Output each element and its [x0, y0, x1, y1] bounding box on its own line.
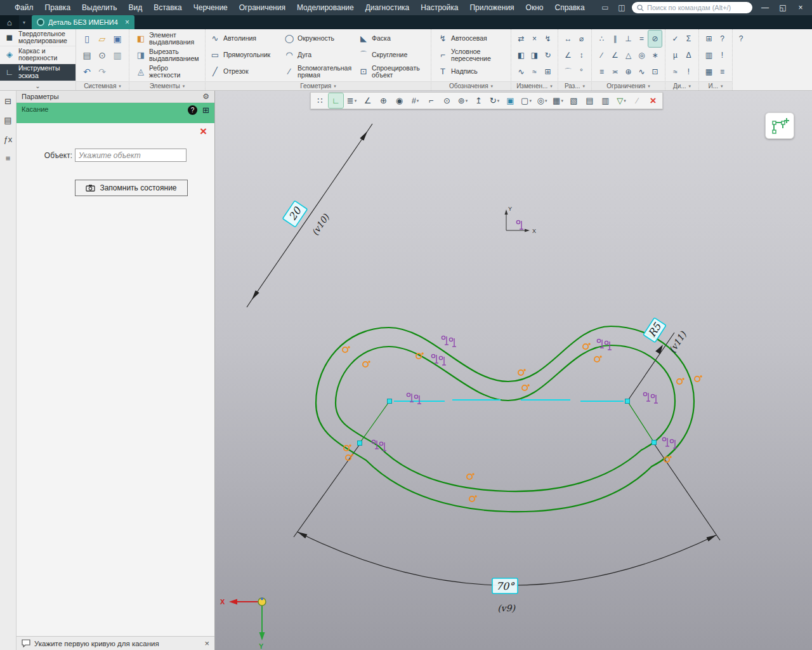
viewbar-display-shaded[interactable]: ▣ — [503, 93, 518, 108]
vertex-handle[interactable] — [625, 399, 630, 404]
ribbon-icon[interactable]: µ — [669, 47, 682, 63]
mode-collapse[interactable]: ⌄ — [0, 81, 75, 90]
properties-icon[interactable]: ▤ — [2, 114, 15, 126]
minimize-button[interactable]: — — [756, 0, 774, 15]
constraint-icon-purple[interactable] — [414, 395, 421, 404]
viewbar-grip[interactable]: ∷ — [313, 93, 327, 108]
group-geometry-label[interactable]: Геометрия ▾ — [206, 81, 431, 90]
constraint-icon-orange[interactable] — [594, 355, 602, 362]
constraint-icon-orange[interactable] — [467, 473, 475, 479]
tool-автоосевая[interactable]: ↯Автоосевая — [435, 30, 508, 47]
mode-каркас-и-поверхности[interactable]: ◈Каркас и поверхности — [0, 46, 75, 63]
constraint-icon-purple[interactable] — [662, 437, 669, 446]
menu-icon[interactable]: ≡ — [2, 152, 15, 164]
viewbar-ortho-mode[interactable]: ⌐ — [424, 93, 438, 108]
ribbon-icon[interactable]: ⌀ — [575, 30, 588, 47]
search-input[interactable] — [647, 4, 742, 11]
inner-contour[interactable] — [336, 345, 675, 491]
group-label[interactable]: Ограничения▾ — [592, 81, 665, 90]
constraint-icon-purple[interactable] — [379, 442, 386, 451]
home-caret-icon[interactable]: ▾ — [19, 15, 29, 29]
constraint-icon-orange[interactable] — [695, 375, 702, 381]
undo-icon[interactable]: ↶ — [79, 67, 95, 77]
remember-state-button[interactable]: Запомнить состояние — [75, 180, 188, 196]
group-label[interactable]: И...▾ — [699, 81, 732, 90]
constraint-icon-purple[interactable] — [442, 336, 449, 345]
viewbar-filter[interactable]: ▽▾ — [614, 93, 629, 108]
group-elements-label[interactable]: Элементы ▾ — [129, 81, 205, 90]
ribbon-icon[interactable]: ⊞ — [541, 63, 554, 80]
menu-окно[interactable]: Окно — [520, 0, 549, 15]
tool-прямоугольник[interactable]: ▭Прямоугольник — [207, 47, 281, 63]
menu-ограничения[interactable]: Ограничения — [233, 0, 291, 15]
ribbon-icon[interactable]: ✓ — [669, 30, 682, 47]
open-document-icon[interactable]: ▱ — [95, 34, 110, 44]
menu-правка[interactable]: Правка — [39, 0, 77, 15]
menu-настройка[interactable]: Настройка — [415, 0, 464, 15]
tool-окружность[interactable]: ◯Окружность — [281, 30, 355, 47]
menu-черчение[interactable]: Черчение — [188, 0, 233, 15]
ribbon-icon[interactable]: ⊞ — [702, 30, 716, 47]
tool-элемент-выдавливания[interactable]: ◧Элемент выдавливания — [133, 30, 202, 47]
ribbon-icon[interactable]: ▥ — [702, 47, 716, 63]
ribbon-icon[interactable]: ⊘ — [648, 30, 662, 47]
ribbon-icon[interactable]: ≡ — [595, 63, 608, 80]
constraint-icon-orange[interactable] — [343, 346, 350, 352]
help-icon[interactable]: ? — [739, 34, 743, 43]
group-label[interactable]: Изменен...▾ — [511, 81, 558, 90]
viewbar-snaps[interactable]: ⊕ — [376, 93, 391, 108]
ribbon-icon[interactable]: ⊥ — [622, 30, 635, 47]
ribbon-icon[interactable]: ↯ — [541, 30, 554, 47]
tool-спроецировать-объект[interactable]: ⊡Спроецировать объект — [355, 63, 429, 80]
constraint-icon-orange[interactable] — [522, 384, 530, 390]
ribbon-icon[interactable]: ∗ — [648, 47, 662, 63]
tool-отрезок[interactable]: ╱Отрезок — [207, 63, 281, 80]
preview-icon[interactable]: ⊙ — [95, 50, 110, 60]
group-label[interactable]: Раз...▾ — [558, 81, 591, 90]
ribbon-icon[interactable]: ◎ — [635, 47, 648, 63]
constraint-icon-orange[interactable] — [363, 361, 370, 367]
dim-arc-70[interactable] — [298, 532, 716, 585]
outer-contour[interactable] — [316, 326, 694, 512]
ribbon-icon[interactable]: ↔ — [561, 30, 575, 47]
ribbon-icon[interactable]: = — [635, 30, 648, 47]
vertex-handle[interactable] — [388, 399, 392, 404]
ribbon-icon[interactable]: ↕ — [575, 47, 588, 63]
group-notation-label[interactable]: Обозначения ▾ — [431, 81, 511, 90]
restore-button[interactable]: ◱ — [774, 0, 792, 15]
constraint-icon-purple[interactable] — [449, 338, 456, 347]
viewbar-render-mode[interactable]: ▦▾ — [551, 93, 565, 108]
viewbar-section-view[interactable]: ▧ — [566, 93, 581, 108]
tool-надпись[interactable]: TНадпись — [435, 63, 508, 80]
constraint-icon-purple[interactable] — [431, 354, 438, 363]
constraint-icon-purple[interactable] — [643, 392, 650, 401]
viewbar-angle-snap[interactable]: ∠ — [360, 93, 375, 108]
menu-выделить[interactable]: Выделить — [76, 0, 122, 15]
constraint-icon-purple[interactable] — [516, 220, 523, 229]
parameters-tree-icon[interactable]: ⊟ — [2, 95, 15, 107]
dim-line-20[interactable] — [252, 131, 367, 300]
ribbon-icon[interactable]: Δ — [682, 47, 695, 63]
group-system-label[interactable]: Системная ▾ — [76, 81, 129, 90]
fx-icon[interactable]: ƒx — [2, 133, 15, 145]
mode-инструменты-эскиза[interactable]: ∟Инструменты эскиза — [0, 64, 75, 81]
close-button[interactable]: × — [792, 0, 809, 15]
constraint-icon-purple[interactable] — [670, 439, 677, 448]
object-field[interactable] — [75, 149, 187, 162]
ribbon-icon[interactable]: Σ — [682, 30, 695, 47]
ribbon-icon[interactable]: ⊕ — [622, 63, 635, 80]
ribbon-icon[interactable]: ∥ — [608, 30, 622, 47]
sketch-canvas[interactable]: X Y 20 (v10) — [215, 91, 812, 650]
menu-вставка[interactable]: Вставка — [148, 0, 188, 15]
viewbar-pan[interactable]: ↥ — [471, 93, 486, 108]
save-all-icon[interactable]: ▥ — [110, 50, 125, 60]
constraint-icon-orange[interactable] — [518, 369, 526, 375]
constraint-icon-orange[interactable] — [583, 343, 591, 349]
dim-line-r5[interactable] — [627, 333, 674, 401]
ribbon-icon[interactable]: △ — [622, 47, 635, 63]
ribbon-icon[interactable]: ? — [716, 30, 729, 47]
viewbar-hide-objects[interactable]: ◎▾ — [535, 93, 549, 108]
dim-value-70[interactable]: 70° — [492, 578, 518, 594]
sketch-mode-indicator[interactable] — [765, 112, 794, 139]
mode-твердотельное-моделирование[interactable]: ◼Твердотельное моделирование — [0, 29, 75, 46]
